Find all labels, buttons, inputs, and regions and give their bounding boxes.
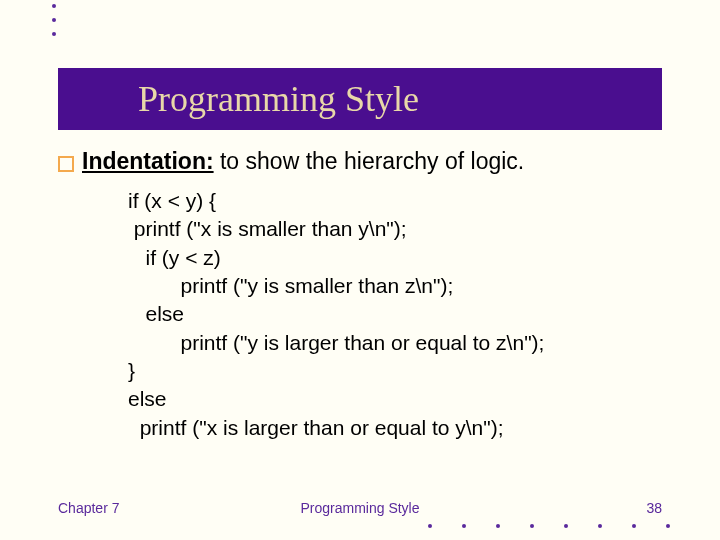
bullet-heading: Indentation: xyxy=(82,148,214,174)
bullet-line: Indentation: to show the hierarchy of lo… xyxy=(58,148,662,175)
footer-center: Programming Style xyxy=(58,500,662,516)
code-line: printf ("y is smaller than z\n"); xyxy=(128,272,662,300)
bullet-icon xyxy=(58,156,74,172)
code-line: else xyxy=(128,385,662,413)
bullet-rest: to show the hierarchy of logic. xyxy=(214,148,525,174)
code-block: if (x < y) { printf ("x is smaller than … xyxy=(128,187,662,442)
slide-title-block: Programming Style xyxy=(58,68,662,130)
decor-dots-bottom xyxy=(428,524,670,528)
slide-body: Indentation: to show the hierarchy of lo… xyxy=(58,148,662,442)
code-line: printf ("x is larger than or equal to y\… xyxy=(128,414,662,442)
code-line: else xyxy=(128,300,662,328)
decor-dots-top xyxy=(52,4,56,36)
code-line: if (x < y) { xyxy=(128,187,662,215)
code-line: printf ("x is smaller than y\n"); xyxy=(128,215,662,243)
code-line: printf ("y is larger than or equal to z\… xyxy=(128,329,662,357)
slide-footer: Programming Style Chapter 7 38 xyxy=(58,500,662,516)
slide-title: Programming Style xyxy=(138,78,419,120)
code-line: if (y < z) xyxy=(128,244,662,272)
code-line: } xyxy=(128,357,662,385)
